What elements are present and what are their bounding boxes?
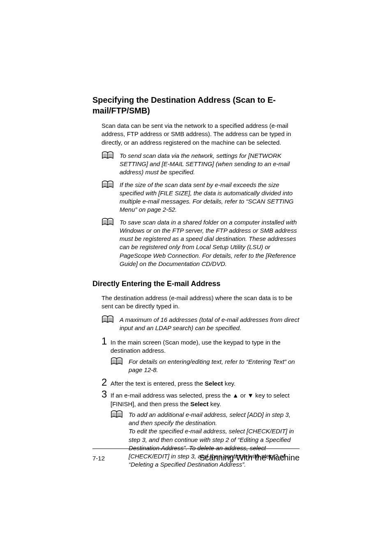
book-icon <box>111 357 123 368</box>
intro-paragraph: Scan data can be sent via the network to… <box>101 122 300 147</box>
step-3: 3 If an e-mail address was selected, pre… <box>101 389 300 408</box>
text-fragment: key. <box>208 400 221 407</box>
note-block: If the size of the scan data sent by e-m… <box>101 181 300 214</box>
note-block: A maximum of 16 addresses (total of e-ma… <box>101 316 300 333</box>
chapter-title: Scanning With the Machine <box>200 453 300 462</box>
book-icon <box>101 151 114 162</box>
text-fragment: key. <box>223 380 236 387</box>
note-block: To save scan data in a shared folder on … <box>101 218 300 268</box>
section-heading: Specifying the Destination Address (Scan… <box>92 95 300 116</box>
bold-key: Select <box>205 380 223 387</box>
book-icon <box>101 315 114 326</box>
book-icon <box>111 410 123 421</box>
book-icon <box>101 217 114 228</box>
step-1: 1 In the main screen (Scan mode), use th… <box>101 336 300 355</box>
note-block: To send scan data via the network, setti… <box>101 152 300 177</box>
text-fragment: After the text is entered, press the <box>111 380 205 387</box>
step-note: For details on entering/editing text, re… <box>111 358 300 375</box>
page-footer: 7-12 Scanning With the Machine <box>92 449 300 462</box>
subsection-heading: Directly Entering the E-mail Address <box>92 280 300 288</box>
step-2: 2 After the text is entered, press the S… <box>101 377 300 388</box>
book-icon <box>101 180 114 191</box>
bold-key: Select <box>190 400 208 407</box>
intro-paragraph: The destination address (e-mail address)… <box>101 294 300 311</box>
step-number: 1 <box>101 336 111 346</box>
footer-divider <box>92 449 300 449</box>
note-text: To save scan data in a shared folder on … <box>120 218 300 268</box>
page-number: 7-12 <box>92 455 105 462</box>
note-text: If the size of the scan data sent by e-m… <box>120 181 300 214</box>
note-text: To send scan data via the network, setti… <box>120 152 300 177</box>
step-number: 3 <box>101 389 111 399</box>
note-text: A maximum of 16 addresses (total of e-ma… <box>120 316 300 333</box>
step-text: In the main screen (Scan mode), use the … <box>111 336 300 355</box>
step-text: If an e-mail address was selected, press… <box>111 389 300 408</box>
page-content: Specifying the Destination Address (Scan… <box>0 0 392 469</box>
step-number: 2 <box>101 377 111 387</box>
step-text: After the text is entered, press the Sel… <box>111 377 235 388</box>
note-text: For details on entering/editing text, re… <box>129 358 300 375</box>
